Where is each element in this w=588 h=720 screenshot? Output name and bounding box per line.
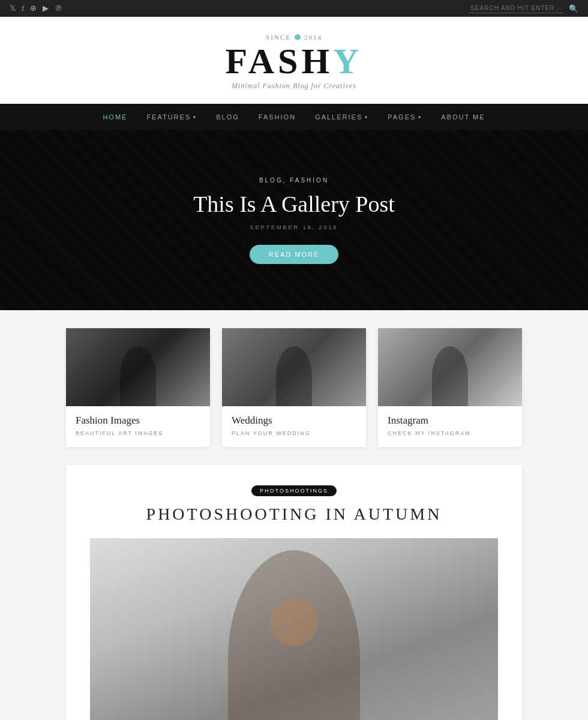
article-main-image (90, 538, 498, 720)
hero-read-more-button[interactable]: READ MORE (250, 245, 339, 264)
nav-features[interactable]: FEATURES ▾ (146, 113, 197, 121)
site-tagline: Minimal Fashion Blog for Creatives (0, 82, 588, 91)
pages-arrow: ▾ (418, 115, 422, 120)
dribbble-icon[interactable]: ⊕ (30, 4, 37, 13)
search-input[interactable] (468, 4, 564, 13)
card-subtitle-weddings: PLAN YOUR WEDDING (232, 430, 356, 436)
nav-pages[interactable]: PAGES ▾ (388, 113, 422, 121)
card-title-fashion: Fashion Images (76, 415, 200, 427)
youtube-icon[interactable]: ▶ (43, 4, 49, 13)
card-title-weddings: Weddings (232, 415, 356, 427)
logo-text-fash: FASH (226, 41, 334, 81)
card-body-instagram: Instagram CHECK MY INSTAGRAM (378, 406, 522, 447)
search-button[interactable]: 🔍 (569, 4, 578, 13)
logo-text-y: Y (333, 41, 362, 81)
features-arrow: ▾ (193, 115, 197, 120)
card-image-fashion (66, 328, 210, 406)
hero-content: BLOG, FASHION This Is A Gallery Post SEP… (193, 177, 395, 264)
nav-fashion[interactable]: FASHION (259, 113, 296, 121)
nav-home[interactable]: HOME (103, 113, 127, 121)
facebook-icon[interactable]: f (22, 4, 24, 13)
card-subtitle-fashion: BEAUTIFUL ART IMAGES (76, 430, 200, 436)
card-image-weddings (222, 328, 366, 406)
cards-container: Fashion Images BEAUTIFUL ART IMAGES Wedd… (66, 328, 522, 447)
social-icons: 𝕏 f ⊕ ▶ ℗ (10, 4, 62, 13)
article-title: PHOTOSHOOTING IN AUTUMN (90, 505, 498, 524)
nav-blog[interactable]: BLOG (216, 113, 239, 121)
site-logo[interactable]: FASHY (0, 43, 588, 79)
card-instagram[interactable]: Instagram CHECK MY INSTAGRAM (378, 328, 522, 447)
article-card: PHOTOSHOOTINGS PHOTOSHOOTING IN AUTUMN (66, 465, 522, 720)
card-body-fashion: Fashion Images BEAUTIFUL ART IMAGES (66, 406, 210, 447)
article-tag: PHOTOSHOOTINGS (251, 485, 337, 496)
since-label: SINCE 2014 (0, 34, 588, 41)
card-fashion-images[interactable]: Fashion Images BEAUTIFUL ART IMAGES (66, 328, 210, 447)
top-bar: 𝕏 f ⊕ ▶ ℗ 🔍 (0, 0, 588, 17)
cards-section: Fashion Images BEAUTIFUL ART IMAGES Wedd… (0, 310, 588, 465)
card-body-weddings: Weddings PLAN YOUR WEDDING (222, 406, 366, 447)
nav-about[interactable]: ABOUT ME (441, 113, 485, 121)
hero-categories: BLOG, FASHION (193, 177, 395, 184)
card-subtitle-instagram: CHECK MY INSTAGRAM (388, 430, 512, 436)
hero-date: SEPTEMBER 19, 2016 (193, 224, 395, 230)
pinterest-icon[interactable]: ℗ (55, 4, 62, 13)
twitter-icon[interactable]: 𝕏 (10, 4, 16, 13)
card-image-instagram (378, 328, 522, 406)
galleries-arrow: ▾ (365, 115, 368, 120)
nav-galleries[interactable]: GALLERIES ▾ (315, 113, 368, 121)
site-header: SINCE 2014 FASHY Minimal Fashion Blog fo… (0, 17, 588, 104)
article-section: PHOTOSHOOTINGS PHOTOSHOOTING IN AUTUMN (0, 465, 588, 720)
card-title-instagram: Instagram (388, 415, 512, 427)
main-nav: HOME FEATURES ▾ BLOG FASHION GALLERIES ▾… (0, 104, 588, 130)
card-weddings[interactable]: Weddings PLAN YOUR WEDDING (222, 328, 366, 447)
hero-section: BLOG, FASHION This Is A Gallery Post SEP… (0, 130, 588, 310)
search-area: 🔍 (468, 4, 578, 13)
hero-title: This Is A Gallery Post (193, 191, 395, 217)
since-dot (295, 34, 301, 40)
